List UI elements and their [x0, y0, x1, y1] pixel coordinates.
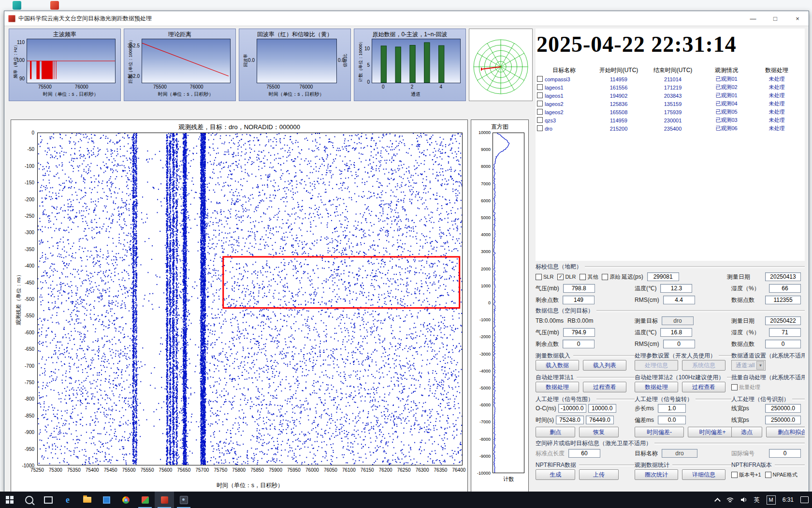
channel-select[interactable]: 通道:all▼	[731, 360, 766, 371]
cal-date-field[interactable]: 20250413	[765, 272, 801, 281]
polar-sky-plot[interactable]	[469, 29, 533, 101]
table-row[interactable]: dro215200235400已观测06未处理	[536, 124, 800, 133]
cal-rms-field[interactable]: 4.4	[663, 296, 695, 304]
taskbar-app-colored[interactable]	[135, 492, 155, 508]
target-name-field[interactable]: dro	[662, 316, 694, 325]
titlebar[interactable]: 中国科学院云南天文台空间目标激光测距数据预处理 — □ ×	[4, 11, 809, 26]
tray-volume-button[interactable]	[737, 492, 751, 508]
target-temp-field[interactable]: 16.8	[660, 328, 692, 337]
checkbox-box[interactable]: ✓	[557, 274, 564, 280]
chart-plot-area[interactable]	[257, 39, 337, 83]
step-ms-field[interactable]: 1.0	[658, 404, 686, 413]
ime-language-indicator[interactable]: 英	[751, 492, 763, 508]
cal-temp-field[interactable]: 12.3	[660, 284, 692, 293]
taskbar-app-camera[interactable]	[174, 492, 193, 508]
algo2-process-button[interactable]: 数据处理	[635, 382, 678, 392]
chart-plot-area[interactable]	[372, 39, 461, 83]
chart-plot-area[interactable]	[27, 39, 116, 83]
target-humidity-field[interactable]: 71	[769, 328, 801, 337]
row-checkbox[interactable]	[537, 101, 543, 106]
chart-plot-area[interactable]	[142, 39, 231, 83]
taskbar-clock[interactable]: 6:31	[779, 492, 797, 508]
cal-humidity-field[interactable]: 66	[769, 284, 801, 293]
chevron-down-icon[interactable]: ▼	[756, 361, 764, 370]
table-row[interactable]: lageos1194902203843已观测01未处理	[536, 91, 800, 100]
taskbar-app-explorer[interactable]	[77, 492, 97, 508]
scatter-plot-area[interactable]	[37, 133, 463, 465]
pass-statistics-button[interactable]: 圈次统计	[635, 469, 678, 480]
table-row[interactable]: lageos2165508175939已观测05未处理	[536, 108, 800, 116]
checkbox-batch-process[interactable]: 批量处理	[731, 384, 760, 391]
algo2-view-button[interactable]: 过程查看	[682, 382, 725, 392]
target-date-field[interactable]: 20250422	[765, 316, 801, 325]
row-checkbox[interactable]	[537, 125, 543, 131]
notification-center-button[interactable]	[797, 492, 812, 508]
cal-points-field[interactable]: 149	[563, 296, 594, 304]
delete-and-fit-button[interactable]: 删点和拟合	[766, 427, 805, 437]
checkbox-slr[interactable]: SLR	[536, 274, 553, 280]
linewidth2-field[interactable]: 250000.0	[765, 416, 801, 424]
tray-chevron-button[interactable]	[712, 492, 723, 508]
close-button[interactable]: ×	[786, 11, 809, 26]
oc-min-field[interactable]: -10000.0	[558, 404, 586, 413]
oc-max-field[interactable]: 10000.0	[588, 404, 616, 413]
desktop-icon-teal-app[interactable]	[13, 1, 21, 10]
checkbox-box[interactable]	[580, 274, 586, 280]
time-offset-plus-button[interactable]: 时间偏差+	[688, 427, 737, 437]
checkbox-dlr[interactable]: ✓DLR	[557, 274, 576, 280]
checkbox-box[interactable]	[731, 472, 738, 478]
minimize-button[interactable]: —	[742, 11, 764, 26]
row-checkbox[interactable]	[537, 84, 543, 90]
ime-mode-badge[interactable]: M	[763, 492, 779, 508]
restore-button[interactable]: 恢复	[579, 427, 619, 437]
table-row[interactable]: lageos2125836135159已观测04未处理	[536, 100, 800, 108]
algo1-view-button[interactable]: 过程查看	[583, 382, 626, 392]
detail-info-button[interactable]: 详细信息	[682, 469, 725, 480]
row-checkbox[interactable]	[537, 117, 543, 123]
taskbar-app-chrome[interactable]	[116, 492, 135, 508]
linewidth1-field[interactable]: 250000.0	[765, 404, 801, 413]
row-checkbox[interactable]	[537, 109, 543, 115]
desktop-icon-red-app[interactable]	[50, 1, 59, 10]
row-checkbox[interactable]	[537, 92, 543, 98]
load-list-button[interactable]: 载入列表	[583, 360, 626, 371]
target-pressure-field[interactable]: 794.9	[563, 328, 595, 337]
offset-ms-field[interactable]: 0.0	[658, 416, 686, 424]
table-row[interactable]: qzs3114959230001已观测03未处理	[536, 116, 800, 124]
system-info-button[interactable]: 系统信息	[682, 360, 725, 371]
checkbox-box[interactable]	[765, 472, 771, 478]
taskbar-app-current[interactable]	[155, 492, 174, 508]
taskbar-app-edge[interactable]: e	[58, 492, 77, 508]
cal-count-field[interactable]: 112355	[765, 296, 801, 304]
search-button[interactable]	[19, 492, 39, 508]
histogram-canvas[interactable]	[493, 133, 524, 473]
checkbox-other[interactable]: 其他	[580, 273, 598, 281]
delay-ps-field[interactable]: 299081	[647, 272, 679, 281]
scatter-canvas[interactable]	[38, 133, 462, 465]
load-data-button[interactable]: 载入数据	[536, 360, 579, 371]
time-min-field[interactable]: 75248.0	[556, 416, 584, 424]
process-info-button[interactable]: 处理信息	[635, 360, 678, 371]
checkbox-raw[interactable]: 原始	[602, 273, 620, 281]
delete-points-button[interactable]: 删点	[536, 427, 575, 437]
target-rms-field[interactable]: 0	[663, 340, 695, 348]
algo1-process-button[interactable]: 数据处理	[536, 382, 579, 392]
tray-network-button[interactable]	[723, 492, 737, 508]
maximize-button[interactable]: □	[764, 11, 786, 26]
upload-button[interactable]: 上传	[579, 469, 619, 480]
checkbox-version-plus-one[interactable]: 版本号+1	[731, 471, 761, 478]
target-points-field[interactable]: 0	[563, 340, 594, 348]
target-count-field[interactable]: 0	[765, 340, 801, 348]
generate-button[interactable]: 生成	[536, 469, 575, 480]
checkbox-npae-format[interactable]: NPAE格式	[765, 471, 798, 478]
pick-points-button[interactable]: 选点	[731, 427, 762, 437]
time-max-field[interactable]: 76449.0	[586, 416, 614, 424]
task-view-button[interactable]	[39, 492, 58, 508]
normal-point-length-field[interactable]: 60	[568, 449, 600, 458]
international-id-field[interactable]: 0	[769, 449, 801, 458]
table-row[interactable]: lageos1161556171219已观测02未处理	[536, 83, 800, 91]
histogram-plot-area[interactable]	[493, 133, 524, 473]
checkbox-box[interactable]	[731, 384, 738, 390]
checkbox-box[interactable]	[536, 274, 542, 280]
time-offset-minus-button[interactable]: 时间偏差-	[635, 427, 684, 437]
